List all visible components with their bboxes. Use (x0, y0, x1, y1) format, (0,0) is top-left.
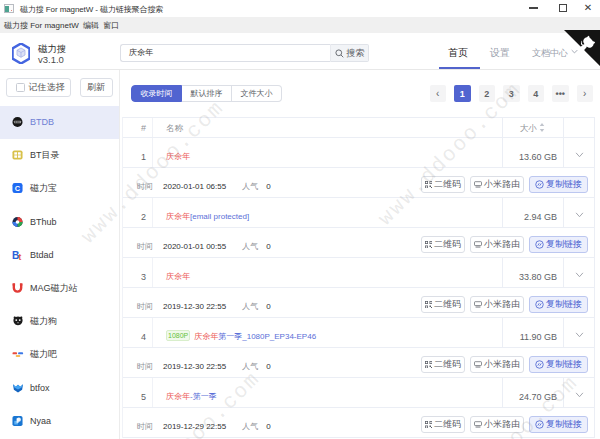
svg-text:t: t (18, 252, 21, 261)
svg-text:C: C (15, 184, 21, 193)
